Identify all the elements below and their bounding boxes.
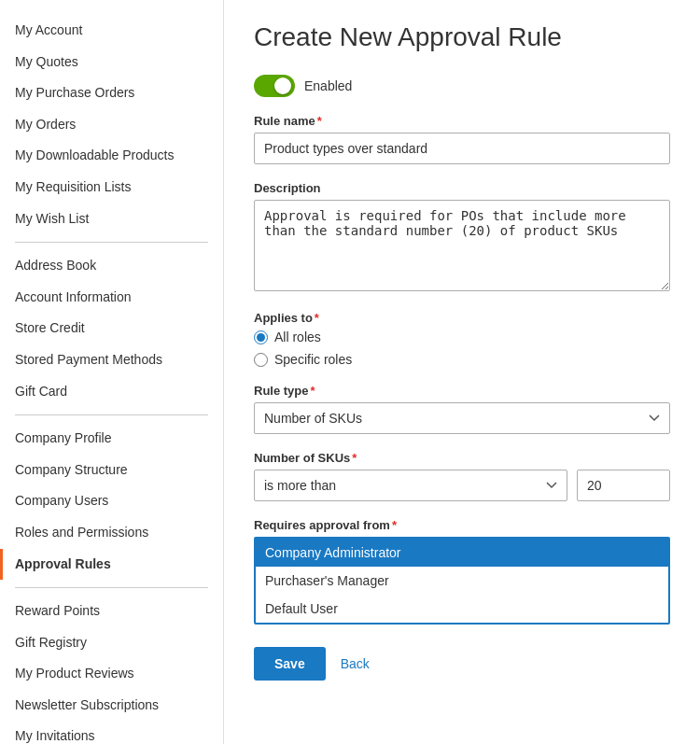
sidebar-item-newsletter-subscriptions[interactable]: Newsletter Subscriptions bbox=[0, 690, 223, 722]
actions-row: Save Back bbox=[254, 647, 670, 681]
sidebar-item-my-invitations[interactable]: My Invitations bbox=[0, 721, 223, 744]
back-button[interactable]: Back bbox=[341, 647, 370, 681]
sidebar-item-my-requisition-lists[interactable]: My Requisition Lists bbox=[0, 172, 223, 204]
sidebar-item-my-quotes[interactable]: My Quotes bbox=[0, 47, 223, 78]
sidebar-item-company-structure[interactable]: Company Structure bbox=[0, 455, 223, 486]
enabled-toggle[interactable] bbox=[254, 75, 295, 97]
radio-all-roles[interactable]: All roles bbox=[254, 330, 670, 344]
save-button[interactable]: Save bbox=[254, 647, 326, 681]
sidebar-divider bbox=[15, 414, 208, 415]
sidebar-item-roles-and-permissions[interactable]: Roles and Permissions bbox=[0, 517, 223, 549]
sidebar-item-company-users[interactable]: Company Users bbox=[0, 485, 223, 517]
approval-option-3[interactable]: Default User bbox=[256, 595, 668, 623]
radio-specific-roles[interactable]: Specific roles bbox=[254, 352, 670, 367]
sidebar-divider bbox=[15, 587, 208, 588]
enabled-label: Enabled bbox=[304, 78, 352, 93]
sidebar-item-stored-payment-methods[interactable]: Stored Payment Methods bbox=[0, 344, 223, 376]
description-field: Description bbox=[254, 181, 670, 294]
sidebar-item-my-downloadable-products[interactable]: My Downloadable Products bbox=[0, 140, 223, 172]
specific-roles-label: Specific roles bbox=[274, 352, 352, 367]
approval-listbox: Company Administrator Purchaser's Manage… bbox=[254, 537, 670, 625]
requires-approval-label: Requires approval from* bbox=[254, 518, 670, 532]
rule-type-label: Rule type* bbox=[254, 384, 670, 398]
sidebar-item-gift-registry[interactable]: Gift Registry bbox=[0, 627, 223, 659]
enabled-toggle-row: Enabled bbox=[254, 75, 670, 97]
required-star: * bbox=[317, 114, 322, 128]
sidebar-divider bbox=[15, 242, 208, 243]
rule-name-input[interactable] bbox=[254, 133, 670, 164]
applies-to-label: Applies to* bbox=[254, 311, 670, 325]
sku-condition-select[interactable]: is more than is less than is equal to bbox=[254, 470, 567, 501]
page-title: Create New Approval Rule bbox=[254, 22, 670, 52]
approval-option-2[interactable]: Purchaser's Manager bbox=[256, 567, 668, 595]
all-roles-label: All roles bbox=[274, 330, 321, 344]
requires-approval-field: Requires approval from* Company Administ… bbox=[254, 518, 670, 625]
sidebar-item-my-wish-list[interactable]: My Wish List bbox=[0, 204, 223, 235]
sku-number-input[interactable] bbox=[577, 470, 670, 501]
sidebar-item-my-account[interactable]: My Account bbox=[0, 15, 223, 47]
sidebar-item-my-orders[interactable]: My Orders bbox=[0, 109, 223, 141]
sidebar-item-gift-card[interactable]: Gift Card bbox=[0, 376, 223, 408]
sidebar-item-account-information[interactable]: Account Information bbox=[0, 282, 223, 314]
number-of-skus-label: Number of SKUs* bbox=[254, 451, 670, 465]
form-section: Enabled Rule name* Description Applies t… bbox=[254, 75, 670, 681]
sidebar-item-my-product-reviews[interactable]: My Product Reviews bbox=[0, 658, 223, 690]
rule-name-label: Rule name* bbox=[254, 114, 670, 128]
approval-option-1[interactable]: Company Administrator bbox=[256, 539, 668, 567]
rule-name-field: Rule name* bbox=[254, 114, 670, 164]
description-label: Description bbox=[254, 181, 670, 195]
rule-type-field: Rule type* Number of SKUs Order Total Sh… bbox=[254, 384, 670, 434]
sidebar-item-store-credit[interactable]: Store Credit bbox=[0, 313, 223, 344]
rule-type-select[interactable]: Number of SKUs Order Total Shipping Cost bbox=[254, 402, 670, 434]
number-of-skus-field: Number of SKUs* is more than is less tha… bbox=[254, 451, 670, 501]
required-star-rule-type: * bbox=[311, 384, 315, 398]
sidebar-item-approval-rules[interactable]: Approval Rules bbox=[0, 549, 223, 581]
sidebar-item-reward-points[interactable]: Reward Points bbox=[0, 596, 223, 627]
main-content: Create New Approval Rule Enabled Rule na… bbox=[224, 0, 700, 744]
sku-row: is more than is less than is equal to bbox=[254, 470, 670, 501]
sidebar-item-my-purchase-orders[interactable]: My Purchase Orders bbox=[0, 77, 223, 109]
sidebar-item-company-profile[interactable]: Company Profile bbox=[0, 423, 223, 455]
required-star-applies: * bbox=[315, 311, 319, 325]
sku-condition-wrapper: is more than is less than is equal to bbox=[254, 470, 567, 501]
sidebar: My AccountMy QuotesMy Purchase OrdersMy … bbox=[0, 0, 224, 744]
applies-to-field: Applies to* All roles Specific roles bbox=[254, 311, 670, 367]
applies-to-radio-group: All roles Specific roles bbox=[254, 330, 670, 367]
sidebar-item-address-book[interactable]: Address Book bbox=[0, 250, 223, 282]
required-star-skus: * bbox=[352, 451, 357, 465]
description-textarea[interactable] bbox=[254, 200, 670, 291]
required-star-approval: * bbox=[392, 518, 397, 532]
